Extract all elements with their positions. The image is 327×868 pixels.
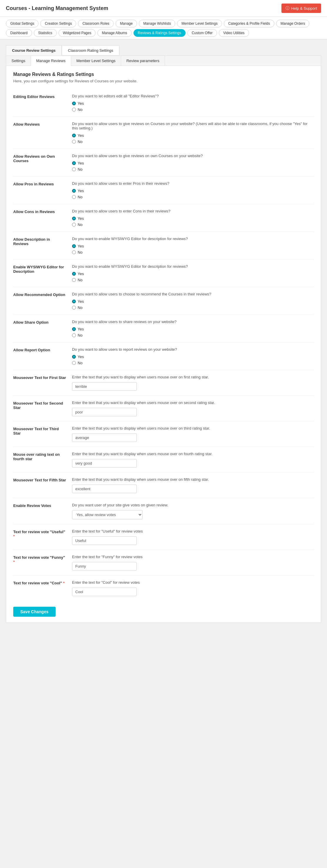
- radio-item-allow_recommended-yes[interactable]: Yes: [72, 299, 314, 304]
- radio-item-allow_reviews_own-no[interactable]: No: [72, 167, 314, 172]
- form-row-text_funny: Text for review vote "Funny" *Enter the …: [13, 550, 314, 576]
- radio-input-enable_wysiwyg-yes[interactable]: [72, 272, 76, 276]
- radio-input-allow_pros-no[interactable]: [72, 195, 76, 199]
- radio-input-allow_cons-yes[interactable]: [72, 217, 76, 220]
- text-input-text_useful[interactable]: [72, 536, 137, 545]
- nav-tab-manage-orders[interactable]: Manage Orders: [276, 20, 309, 27]
- form-desc-allow_description: Do you want to enable WYSIWYG Editor for…: [72, 237, 314, 241]
- panel-title: Manage Reviews & Ratings Settings: [13, 72, 314, 77]
- form-label-mouseover_second: Mouseover Text for Second Star: [13, 400, 72, 410]
- radio-item-allow_report-no[interactable]: No: [72, 361, 314, 365]
- inner-tab-review-parameters[interactable]: Review parameters: [121, 56, 165, 66]
- radio-item-allow_reviews-no[interactable]: No: [72, 140, 314, 144]
- radio-input-allow_report-no[interactable]: [72, 361, 76, 365]
- text-input-mouseover_third[interactable]: [72, 433, 137, 442]
- nav-tab-video-utilities[interactable]: Video Utilities: [219, 29, 249, 37]
- radio-input-allow_share-yes[interactable]: [72, 327, 76, 331]
- select-enable_review_votes[interactable]: Yes, allow review votesNo, disable revie…: [72, 510, 143, 519]
- nav-tab-manage[interactable]: Manage: [116, 20, 137, 27]
- radio-item-editing_editor_reviews-yes[interactable]: Yes: [72, 101, 314, 105]
- form-label-allow_reviews_own: Allow Reviews on Own Courses: [13, 154, 72, 163]
- radio-item-allow_pros-no[interactable]: No: [72, 195, 314, 199]
- radio-item-allow_cons-yes[interactable]: Yes: [72, 216, 314, 221]
- text-input-mouseover_fifth[interactable]: [72, 485, 137, 493]
- radio-input-allow_reviews_own-no[interactable]: [72, 167, 76, 171]
- form-field-mouseover_fifth: Enter the text that you want to display …: [72, 477, 314, 493]
- form-field-allow_pros: Do you want to allow users to enter Pros…: [72, 181, 314, 199]
- radio-input-editing_editor_reviews-yes[interactable]: [72, 101, 76, 105]
- radio-input-editing_editor_reviews-no[interactable]: [72, 108, 76, 112]
- text-input-text_cool[interactable]: [72, 588, 137, 596]
- form-desc-allow_cons: Do you want to allow users to enter Cons…: [72, 209, 314, 213]
- nav-tab-widgetized-pages[interactable]: Widgetized Pages: [59, 29, 96, 37]
- radio-item-editing_editor_reviews-no[interactable]: No: [72, 107, 314, 112]
- radio-item-allow_recommended-no[interactable]: No: [72, 305, 314, 310]
- nav-tab-member-level-settings[interactable]: Member Level Settings: [177, 20, 222, 27]
- form-field-allow_reviews: Do you want to allow users to give revie…: [72, 122, 314, 144]
- text-input-mouseover_fourth[interactable]: [72, 459, 137, 468]
- radio-input-allow_pros-yes[interactable]: [72, 189, 76, 193]
- radio-group-allow_pros: YesNo: [72, 189, 314, 199]
- form-desc-allow_pros: Do you want to allow users to enter Pros…: [72, 181, 314, 186]
- form-field-text_cool: Enter the text for "Cool" for review vot…: [72, 580, 314, 596]
- inner-tab-member-level-settings[interactable]: Member Level Settings: [71, 56, 121, 66]
- nav-tab-reviews--ratings-settings[interactable]: Reviews & Ratings Settings: [133, 29, 186, 37]
- radio-group-allow_reviews_own: YesNo: [72, 161, 314, 172]
- save-changes-button[interactable]: Save Changes: [13, 607, 56, 617]
- nav-tab-classroom-roles[interactable]: Classroom Roles: [78, 20, 113, 27]
- radio-item-allow_reviews_own-yes[interactable]: Yes: [72, 161, 314, 165]
- nav-tab-global-settings[interactable]: Global Settings: [6, 20, 38, 27]
- nav-tab-creation-settings[interactable]: Creation Settings: [40, 20, 76, 27]
- radio-item-enable_wysiwyg-yes[interactable]: Yes: [72, 272, 314, 276]
- nav-tab-manage-albums[interactable]: Manage Albums: [97, 29, 131, 37]
- form-label-mouseover_third: Mouseover Text for Third Star: [13, 426, 72, 435]
- radio-group-allow_description: YesNo: [72, 244, 314, 254]
- form-field-enable_wysiwyg: Do you want to enable WYSIWYG Editor for…: [72, 264, 314, 282]
- form-desc-mouseover_first: Enter the text that you want to display …: [72, 375, 314, 379]
- form-label-enable_review_votes: Enable Review Votes: [13, 503, 72, 508]
- form-field-allow_reviews_own: Do you want to allow users to give revie…: [72, 154, 314, 172]
- sub-tab-0[interactable]: Course Review Settings: [6, 45, 62, 56]
- radio-item-allow_cons-no[interactable]: No: [72, 222, 314, 227]
- nav-tab-dashboard[interactable]: Dashboard: [6, 29, 32, 37]
- nav-tab-manage-wishlists[interactable]: Manage Wishlists: [139, 20, 175, 27]
- radio-item-allow_pros-yes[interactable]: Yes: [72, 189, 314, 193]
- radio-input-allow_description-yes[interactable]: [72, 244, 76, 248]
- radio-item-allow_report-yes[interactable]: Yes: [72, 354, 314, 359]
- radio-item-allow_description-no[interactable]: No: [72, 250, 314, 254]
- radio-group-enable_wysiwyg: YesNo: [72, 272, 314, 282]
- radio-item-allow_share-no[interactable]: No: [72, 333, 314, 338]
- nav-tab-custom-offer[interactable]: Custom Offer: [187, 29, 217, 37]
- nav-tab-categories--profile-fields[interactable]: Categories & Profile Fields: [224, 20, 274, 27]
- radio-input-allow_reviews-yes[interactable]: [72, 133, 76, 137]
- page-title: Courses - Learning Management System: [6, 5, 108, 11]
- radio-input-allow_cons-no[interactable]: [72, 223, 76, 226]
- text-input-mouseover_second[interactable]: [72, 408, 137, 416]
- sub-tab-1[interactable]: Classroom Rating Settings: [62, 45, 120, 56]
- radio-input-allow_reviews_own-yes[interactable]: [72, 161, 76, 165]
- radio-item-enable_wysiwyg-no[interactable]: No: [72, 278, 314, 282]
- radio-input-allow_share-no[interactable]: [72, 333, 76, 337]
- radio-input-allow_report-yes[interactable]: [72, 355, 76, 359]
- inner-tab-manage-reviews[interactable]: Manage Reviews: [31, 56, 71, 66]
- nav-tab-statistics[interactable]: Statistics: [34, 29, 57, 37]
- radio-input-allow_reviews-no[interactable]: [72, 140, 76, 144]
- inner-tab-settings[interactable]: Settings: [6, 56, 31, 66]
- radio-input-allow_recommended-yes[interactable]: [72, 300, 76, 303]
- radio-input-allow_description-no[interactable]: [72, 250, 76, 254]
- main-panel: SettingsManage ReviewsMember Level Setti…: [6, 56, 321, 623]
- radio-item-allow_description-yes[interactable]: Yes: [72, 244, 314, 248]
- radio-item-allow_reviews-yes[interactable]: Yes: [72, 133, 314, 138]
- radio-input-enable_wysiwyg-no[interactable]: [72, 278, 76, 282]
- form-label-text_cool: Text for review vote "Cool" *: [13, 580, 72, 585]
- form-desc-allow_reviews: Do you want to allow users to give revie…: [72, 122, 314, 130]
- radio-item-allow_share-yes[interactable]: Yes: [72, 327, 314, 331]
- radio-input-allow_recommended-no[interactable]: [72, 306, 76, 310]
- form-label-allow_recommended: Allow Recommended Option: [13, 292, 72, 297]
- help-support-button[interactable]: ⓘ Help & Support: [282, 3, 321, 13]
- form-desc-allow_share: Do you want to allow users to share revi…: [72, 319, 314, 324]
- text-input-text_funny[interactable]: [72, 562, 137, 570]
- text-input-mouseover_first[interactable]: [72, 382, 137, 391]
- form-row-mouseover_fifth: Mouseover Text for Fifth StarEnter the t…: [13, 472, 314, 498]
- form-field-mouseover_first: Enter the text that you want to display …: [72, 375, 314, 391]
